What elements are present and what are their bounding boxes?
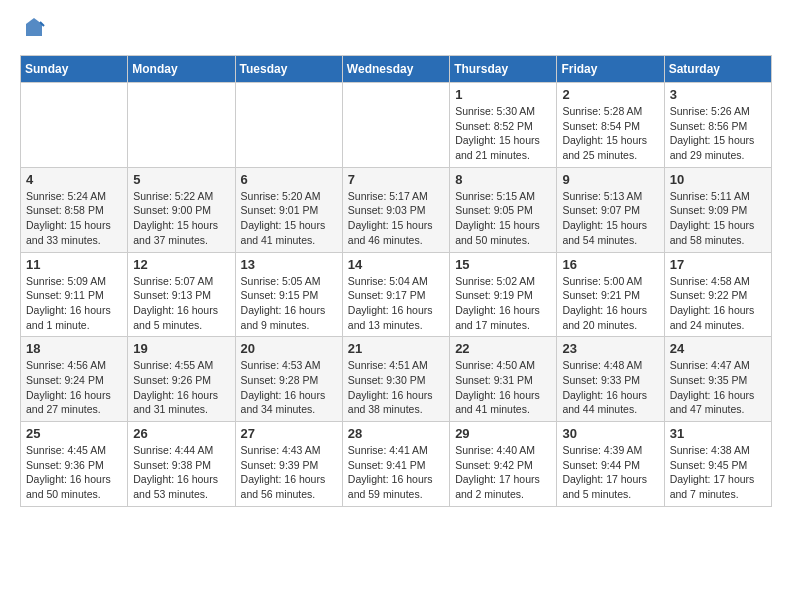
day-info: Sunrise: 4:44 AM Sunset: 9:38 PM Dayligh… — [133, 443, 229, 502]
day-number: 28 — [348, 426, 444, 441]
day-number: 27 — [241, 426, 337, 441]
weekday-header-cell: Saturday — [664, 56, 771, 83]
day-info: Sunrise: 4:39 AM Sunset: 9:44 PM Dayligh… — [562, 443, 658, 502]
calendar-cell: 12Sunrise: 5:07 AM Sunset: 9:13 PM Dayli… — [128, 252, 235, 337]
day-number: 15 — [455, 257, 551, 272]
calendar-cell: 7Sunrise: 5:17 AM Sunset: 9:03 PM Daylig… — [342, 167, 449, 252]
calendar-cell: 31Sunrise: 4:38 AM Sunset: 9:45 PM Dayli… — [664, 422, 771, 507]
calendar-cell: 17Sunrise: 4:58 AM Sunset: 9:22 PM Dayli… — [664, 252, 771, 337]
calendar-week-row: 4Sunrise: 5:24 AM Sunset: 8:58 PM Daylig… — [21, 167, 772, 252]
day-number: 19 — [133, 341, 229, 356]
calendar-cell: 13Sunrise: 5:05 AM Sunset: 9:15 PM Dayli… — [235, 252, 342, 337]
day-info: Sunrise: 5:09 AM Sunset: 9:11 PM Dayligh… — [26, 274, 122, 333]
day-number: 29 — [455, 426, 551, 441]
day-number: 4 — [26, 172, 122, 187]
calendar-cell: 27Sunrise: 4:43 AM Sunset: 9:39 PM Dayli… — [235, 422, 342, 507]
calendar-cell: 16Sunrise: 5:00 AM Sunset: 9:21 PM Dayli… — [557, 252, 664, 337]
day-info: Sunrise: 5:05 AM Sunset: 9:15 PM Dayligh… — [241, 274, 337, 333]
day-info: Sunrise: 5:30 AM Sunset: 8:52 PM Dayligh… — [455, 104, 551, 163]
day-number: 25 — [26, 426, 122, 441]
day-info: Sunrise: 4:55 AM Sunset: 9:26 PM Dayligh… — [133, 358, 229, 417]
day-info: Sunrise: 4:43 AM Sunset: 9:39 PM Dayligh… — [241, 443, 337, 502]
calendar-week-row: 25Sunrise: 4:45 AM Sunset: 9:36 PM Dayli… — [21, 422, 772, 507]
calendar-cell: 9Sunrise: 5:13 AM Sunset: 9:07 PM Daylig… — [557, 167, 664, 252]
day-info: Sunrise: 4:41 AM Sunset: 9:41 PM Dayligh… — [348, 443, 444, 502]
day-number: 11 — [26, 257, 122, 272]
weekday-header-row: SundayMondayTuesdayWednesdayThursdayFrid… — [21, 56, 772, 83]
calendar-cell: 28Sunrise: 4:41 AM Sunset: 9:41 PM Dayli… — [342, 422, 449, 507]
calendar-cell: 19Sunrise: 4:55 AM Sunset: 9:26 PM Dayli… — [128, 337, 235, 422]
day-info: Sunrise: 4:53 AM Sunset: 9:28 PM Dayligh… — [241, 358, 337, 417]
calendar-cell: 20Sunrise: 4:53 AM Sunset: 9:28 PM Dayli… — [235, 337, 342, 422]
calendar-cell: 15Sunrise: 5:02 AM Sunset: 9:19 PM Dayli… — [450, 252, 557, 337]
calendar-cell: 25Sunrise: 4:45 AM Sunset: 9:36 PM Dayli… — [21, 422, 128, 507]
day-info: Sunrise: 5:28 AM Sunset: 8:54 PM Dayligh… — [562, 104, 658, 163]
calendar-cell: 3Sunrise: 5:26 AM Sunset: 8:56 PM Daylig… — [664, 83, 771, 168]
day-number: 9 — [562, 172, 658, 187]
day-number: 3 — [670, 87, 766, 102]
day-info: Sunrise: 4:48 AM Sunset: 9:33 PM Dayligh… — [562, 358, 658, 417]
page-header — [20, 20, 772, 45]
weekday-header-cell: Friday — [557, 56, 664, 83]
logo-icon — [22, 16, 46, 40]
calendar-cell — [128, 83, 235, 168]
calendar-week-row: 18Sunrise: 4:56 AM Sunset: 9:24 PM Dayli… — [21, 337, 772, 422]
day-info: Sunrise: 4:56 AM Sunset: 9:24 PM Dayligh… — [26, 358, 122, 417]
day-number: 10 — [670, 172, 766, 187]
calendar-cell — [342, 83, 449, 168]
day-number: 26 — [133, 426, 229, 441]
day-number: 31 — [670, 426, 766, 441]
day-number: 18 — [26, 341, 122, 356]
day-info: Sunrise: 4:47 AM Sunset: 9:35 PM Dayligh… — [670, 358, 766, 417]
day-info: Sunrise: 4:40 AM Sunset: 9:42 PM Dayligh… — [455, 443, 551, 502]
calendar-week-row: 11Sunrise: 5:09 AM Sunset: 9:11 PM Dayli… — [21, 252, 772, 337]
weekday-header-cell: Wednesday — [342, 56, 449, 83]
day-info: Sunrise: 5:11 AM Sunset: 9:09 PM Dayligh… — [670, 189, 766, 248]
calendar-cell: 1Sunrise: 5:30 AM Sunset: 8:52 PM Daylig… — [450, 83, 557, 168]
day-number: 20 — [241, 341, 337, 356]
calendar-cell: 5Sunrise: 5:22 AM Sunset: 9:00 PM Daylig… — [128, 167, 235, 252]
calendar-cell: 21Sunrise: 4:51 AM Sunset: 9:30 PM Dayli… — [342, 337, 449, 422]
day-number: 8 — [455, 172, 551, 187]
calendar-cell — [235, 83, 342, 168]
calendar-cell: 6Sunrise: 5:20 AM Sunset: 9:01 PM Daylig… — [235, 167, 342, 252]
calendar-table: SundayMondayTuesdayWednesdayThursdayFrid… — [20, 55, 772, 507]
day-info: Sunrise: 4:51 AM Sunset: 9:30 PM Dayligh… — [348, 358, 444, 417]
day-info: Sunrise: 5:07 AM Sunset: 9:13 PM Dayligh… — [133, 274, 229, 333]
day-number: 1 — [455, 87, 551, 102]
calendar-cell: 29Sunrise: 4:40 AM Sunset: 9:42 PM Dayli… — [450, 422, 557, 507]
day-number: 16 — [562, 257, 658, 272]
day-info: Sunrise: 4:45 AM Sunset: 9:36 PM Dayligh… — [26, 443, 122, 502]
logo — [20, 20, 46, 45]
calendar-cell: 11Sunrise: 5:09 AM Sunset: 9:11 PM Dayli… — [21, 252, 128, 337]
day-number: 24 — [670, 341, 766, 356]
day-number: 30 — [562, 426, 658, 441]
day-number: 22 — [455, 341, 551, 356]
weekday-header-cell: Sunday — [21, 56, 128, 83]
calendar-cell: 14Sunrise: 5:04 AM Sunset: 9:17 PM Dayli… — [342, 252, 449, 337]
day-info: Sunrise: 5:20 AM Sunset: 9:01 PM Dayligh… — [241, 189, 337, 248]
day-info: Sunrise: 5:17 AM Sunset: 9:03 PM Dayligh… — [348, 189, 444, 248]
weekday-header-cell: Monday — [128, 56, 235, 83]
calendar-cell: 22Sunrise: 4:50 AM Sunset: 9:31 PM Dayli… — [450, 337, 557, 422]
calendar-cell: 4Sunrise: 5:24 AM Sunset: 8:58 PM Daylig… — [21, 167, 128, 252]
weekday-header-cell: Tuesday — [235, 56, 342, 83]
day-info: Sunrise: 5:13 AM Sunset: 9:07 PM Dayligh… — [562, 189, 658, 248]
calendar-cell: 18Sunrise: 4:56 AM Sunset: 9:24 PM Dayli… — [21, 337, 128, 422]
day-info: Sunrise: 4:58 AM Sunset: 9:22 PM Dayligh… — [670, 274, 766, 333]
day-number: 23 — [562, 341, 658, 356]
calendar-week-row: 1Sunrise: 5:30 AM Sunset: 8:52 PM Daylig… — [21, 83, 772, 168]
calendar-cell: 24Sunrise: 4:47 AM Sunset: 9:35 PM Dayli… — [664, 337, 771, 422]
day-info: Sunrise: 5:15 AM Sunset: 9:05 PM Dayligh… — [455, 189, 551, 248]
calendar-cell — [21, 83, 128, 168]
day-info: Sunrise: 5:04 AM Sunset: 9:17 PM Dayligh… — [348, 274, 444, 333]
day-info: Sunrise: 5:02 AM Sunset: 9:19 PM Dayligh… — [455, 274, 551, 333]
day-number: 6 — [241, 172, 337, 187]
day-info: Sunrise: 5:26 AM Sunset: 8:56 PM Dayligh… — [670, 104, 766, 163]
day-info: Sunrise: 5:00 AM Sunset: 9:21 PM Dayligh… — [562, 274, 658, 333]
day-number: 12 — [133, 257, 229, 272]
calendar-cell: 8Sunrise: 5:15 AM Sunset: 9:05 PM Daylig… — [450, 167, 557, 252]
day-number: 13 — [241, 257, 337, 272]
day-info: Sunrise: 4:38 AM Sunset: 9:45 PM Dayligh… — [670, 443, 766, 502]
weekday-header-cell: Thursday — [450, 56, 557, 83]
